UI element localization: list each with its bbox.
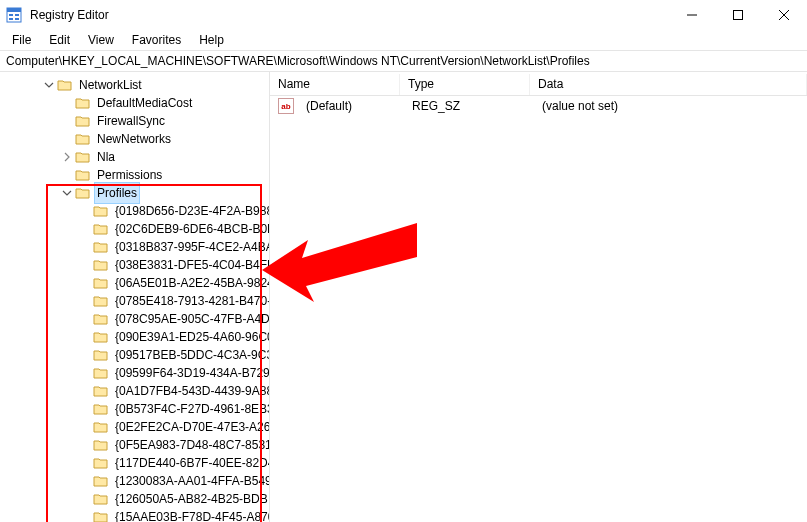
minimize-button[interactable] bbox=[669, 0, 715, 30]
tree-node-newnetworks[interactable]: NewNetworks bbox=[0, 130, 269, 148]
window-controls bbox=[669, 0, 807, 30]
tree-label: Profiles bbox=[95, 183, 139, 203]
menu-edit[interactable]: Edit bbox=[41, 31, 78, 49]
tree-node-profile[interactable]: {09599F64-3D19-434A-B729 bbox=[0, 364, 269, 382]
tree-label: {038E3831-DFE5-4C04-B4FB bbox=[113, 255, 270, 275]
address-bar[interactable]: Computer\HKEY_LOCAL_MACHINE\SOFTWARE\Mic… bbox=[0, 50, 807, 72]
folder-icon bbox=[75, 167, 91, 183]
tree-label: {15AAE03B-F78D-4F45-A870 bbox=[113, 507, 270, 522]
menu-favorites[interactable]: Favorites bbox=[124, 31, 189, 49]
folder-icon bbox=[93, 347, 109, 363]
registry-tree: NetworkList DefaultMediaCostFirewallSync… bbox=[0, 76, 269, 522]
svg-rect-7 bbox=[734, 11, 743, 20]
tree-node-firewallsync[interactable]: FirewallSync bbox=[0, 112, 269, 130]
svg-rect-5 bbox=[15, 18, 19, 20]
menu-file[interactable]: File bbox=[4, 31, 39, 49]
tree-node-profile[interactable]: {0F5EA983-7D48-48C7-8531 bbox=[0, 436, 269, 454]
maximize-button[interactable] bbox=[715, 0, 761, 30]
folder-icon bbox=[93, 491, 109, 507]
folder-icon bbox=[75, 131, 91, 147]
tree-label: {0F5EA983-7D48-48C7-8531 bbox=[113, 435, 270, 455]
svg-rect-1 bbox=[7, 8, 21, 12]
column-header-name[interactable]: Name bbox=[270, 74, 400, 95]
folder-icon bbox=[93, 293, 109, 309]
tree-label: {0E2FE2CA-D70E-47E3-A261 bbox=[113, 417, 270, 437]
tree-node-profile[interactable]: {0B573F4C-F27D-4961-8EB3 bbox=[0, 400, 269, 418]
tree-label: {0B573F4C-F27D-4961-8EB3 bbox=[113, 399, 270, 419]
folder-icon bbox=[93, 473, 109, 489]
folder-icon bbox=[93, 203, 109, 219]
column-header-data[interactable]: Data bbox=[530, 74, 807, 95]
cell-data: (value not set) bbox=[534, 99, 807, 113]
list-pane[interactable]: Name Type Data ab (Default) REG_SZ (valu… bbox=[270, 72, 807, 522]
tree-label: {0198D656-D23E-4F2A-B988 bbox=[113, 201, 270, 221]
list-row[interactable]: ab (Default) REG_SZ (value not set) bbox=[270, 96, 807, 116]
titlebar: Registry Editor bbox=[0, 0, 807, 30]
tree-node-profile[interactable]: {126050A5-AB82-4B25-BDB bbox=[0, 490, 269, 508]
folder-icon bbox=[75, 149, 91, 165]
tree-label: {0318B837-995F-4CE2-A4BA bbox=[113, 237, 270, 257]
chevron-right-icon[interactable] bbox=[60, 150, 74, 164]
regedit-icon bbox=[6, 7, 22, 23]
tree-label: {126050A5-AB82-4B25-BDB bbox=[113, 489, 270, 509]
tree-node-profile[interactable]: {0E2FE2CA-D70E-47E3-A261 bbox=[0, 418, 269, 436]
folder-icon bbox=[93, 437, 109, 453]
tree-node-permissions[interactable]: Permissions bbox=[0, 166, 269, 184]
folder-icon bbox=[93, 329, 109, 345]
string-value-icon: ab bbox=[278, 98, 294, 114]
main-content: NetworkList DefaultMediaCostFirewallSync… bbox=[0, 72, 807, 522]
list-header: Name Type Data bbox=[270, 74, 807, 96]
tree-node-profile[interactable]: {117DE440-6B7F-40EE-82D4 bbox=[0, 454, 269, 472]
tree-label: {078C95AE-905C-47FB-A4D bbox=[113, 309, 270, 329]
tree-node-profile[interactable]: {0198D656-D23E-4F2A-B988 bbox=[0, 202, 269, 220]
tree-label: {0A1D7FB4-543D-4439-9A88 bbox=[113, 381, 270, 401]
tree-node-profile[interactable]: {090E39A1-ED25-4A60-96C0 bbox=[0, 328, 269, 346]
close-button[interactable] bbox=[761, 0, 807, 30]
chevron-down-icon[interactable] bbox=[60, 186, 74, 200]
tree-node-profile[interactable]: {1230083A-AA01-4FFA-B549 bbox=[0, 472, 269, 490]
cell-type: REG_SZ bbox=[404, 99, 534, 113]
tree-label: {09517BEB-5DDC-4C3A-9C3 bbox=[113, 345, 270, 365]
tree-label: {0785E418-7913-4281-B470- bbox=[113, 291, 270, 311]
menubar: File Edit View Favorites Help bbox=[0, 30, 807, 50]
tree-node-profiles[interactable]: Profiles bbox=[0, 184, 269, 202]
folder-icon bbox=[93, 383, 109, 399]
folder-icon bbox=[93, 275, 109, 291]
tree-label: NewNetworks bbox=[95, 129, 173, 149]
folder-icon bbox=[93, 311, 109, 327]
folder-icon bbox=[93, 509, 109, 522]
tree-node-profile[interactable]: {0318B837-995F-4CE2-A4BA bbox=[0, 238, 269, 256]
tree-pane[interactable]: NetworkList DefaultMediaCostFirewallSync… bbox=[0, 72, 270, 522]
tree-node-profile[interactable]: {02C6DEB9-6DE6-4BCB-B0D bbox=[0, 220, 269, 238]
folder-icon bbox=[93, 401, 109, 417]
folder-icon bbox=[93, 365, 109, 381]
address-text: Computer\HKEY_LOCAL_MACHINE\SOFTWARE\Mic… bbox=[6, 54, 590, 68]
folder-open-icon bbox=[57, 77, 73, 93]
tree-node-profile[interactable]: {0785E418-7913-4281-B470- bbox=[0, 292, 269, 310]
menu-view[interactable]: View bbox=[80, 31, 122, 49]
svg-rect-3 bbox=[9, 18, 13, 20]
tree-label: Nla bbox=[95, 147, 117, 167]
column-header-type[interactable]: Type bbox=[400, 74, 530, 95]
folder-icon bbox=[93, 419, 109, 435]
tree-node-profile[interactable]: {078C95AE-905C-47FB-A4D bbox=[0, 310, 269, 328]
tree-label: NetworkList bbox=[77, 75, 144, 95]
svg-rect-4 bbox=[15, 14, 19, 16]
tree-label: DefaultMediaCost bbox=[95, 93, 194, 113]
tree-node-nla[interactable]: Nla bbox=[0, 148, 269, 166]
tree-node-profile[interactable]: {06A5E01B-A2E2-45BA-9824 bbox=[0, 274, 269, 292]
folder-icon bbox=[75, 95, 91, 111]
tree-node-profile[interactable]: {0A1D7FB4-543D-4439-9A88 bbox=[0, 382, 269, 400]
folder-icon bbox=[93, 257, 109, 273]
menu-help[interactable]: Help bbox=[191, 31, 232, 49]
folder-icon bbox=[93, 221, 109, 237]
tree-node-profile[interactable]: {038E3831-DFE5-4C04-B4FB bbox=[0, 256, 269, 274]
tree-node-defaultmediacost[interactable]: DefaultMediaCost bbox=[0, 94, 269, 112]
tree-label: {02C6DEB9-6DE6-4BCB-B0D bbox=[113, 219, 270, 239]
chevron-down-icon[interactable] bbox=[42, 78, 56, 92]
tree-node-networklist[interactable]: NetworkList bbox=[0, 76, 269, 94]
folder-icon bbox=[93, 455, 109, 471]
cell-name: (Default) bbox=[298, 99, 404, 113]
tree-node-profile[interactable]: {09517BEB-5DDC-4C3A-9C3 bbox=[0, 346, 269, 364]
tree-node-profile[interactable]: {15AAE03B-F78D-4F45-A870 bbox=[0, 508, 269, 522]
